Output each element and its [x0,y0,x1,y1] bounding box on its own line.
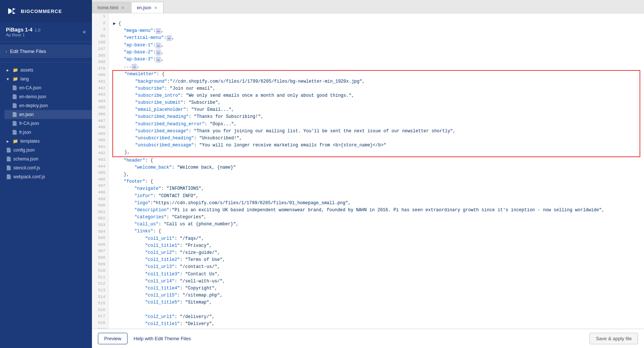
folder-assets[interactable]: ► 📁 assets [0,66,92,74]
code-line-500: "call_us": "Call us at {phone_number}", [113,221,640,228]
file-config-json[interactable]: 📄 config.json [0,146,92,155]
tab-home-html-label: home.html [98,5,118,10]
ln-1: 1 [95,13,105,20]
file-webpack-conf[interactable]: 📄 webpack.conf.js [0,172,92,181]
code-line-482: "subscribe_intro": "We only send emails … [114,92,639,99]
folder-icon-lang: 📁 [13,76,18,82]
code-lines[interactable]: ▶ { "mega-menu":…, "vertical-menu":…, "a… [109,13,644,329]
ln-2: 2 [95,20,105,27]
preview-button[interactable]: Preview [98,333,128,344]
code-line-1 [113,13,640,20]
code-line-494: "footer": { [113,178,640,185]
file-fr-ca-json[interactable]: 📄 fr-CA.json [4,119,92,128]
code-line-89: "vertical-menu":…, [113,34,640,42]
file-icon-config: 📄 [6,148,11,153]
code-line-484: "email_placeholder": "Your Email...", [114,106,639,113]
store-sub: Ap Base 1 [6,33,40,37]
code-line-2: ▶ { [113,20,640,27]
file-label-config: config.json [13,148,34,153]
folder-label-assets: assets [20,67,33,73]
code-line-512 [113,306,640,314]
sidebar-header: BigCommerce [0,0,92,22]
ln-512: 512 [95,281,105,287]
edit-theme-files-label: Edit Theme Files [10,49,46,54]
bc-logo-text: BigCommerce [21,9,62,14]
code-line-493: }, [113,171,640,178]
ln-305: 305 [95,53,105,59]
collapse-sidebar-icon[interactable]: « [83,29,86,35]
code-line-485: "subscribed_heading": "Thanks for Subscr… [114,113,639,120]
sidebar: BigCommerce PiBags 1-4 1.0 Ap Base 1 « ‹… [0,0,92,348]
selection-highlight-end: }, [112,149,640,157]
tab-home-html-close[interactable]: × [120,5,125,10]
tab-en-json[interactable]: en.json × [131,2,164,13]
ln-503: 503 [95,222,105,229]
ln-492: 492 [95,150,105,157]
ln-495: 495 [95,170,105,176]
file-icon-fr: 📄 [12,130,17,135]
file-label-schema: schema.json [13,156,38,162]
file-label-fr: fr.json [19,130,31,135]
folder-icon-templates: 📁 [13,139,18,144]
code-line-499: "categories": "Categories", [113,214,640,221]
help-link[interactable]: Help with Edit Theme Files [133,336,191,341]
code-line-511: "col1_title5": "Sitemap", [113,299,640,306]
file-fr-json[interactable]: 📄 fr.json [4,128,92,137]
file-icon-webpack: 📄 [6,174,11,179]
editor-tabs: home.html × en.json × [92,0,644,13]
code-content: 1 2 3 89 180 247 305 398 479 480 481 482… [92,13,644,329]
ln-500: 500 [95,202,105,209]
folder-toggle-assets: ► [6,68,10,72]
code-line-498: "description":"Pi is an exciting UK base… [113,207,640,214]
editor-area: home.html × en.json × 1 2 3 89 180 247 3… [92,0,644,348]
bc-logo[interactable]: BigCommerce [6,5,62,17]
folder-lang[interactable]: ▼ 📁 lang [0,74,92,83]
ln-247: 247 [95,46,105,53]
ln-516: 516 [95,307,105,314]
code-editor[interactable]: 1 2 3 89 180 247 305 398 479 480 481 482… [92,13,644,329]
ln-509: 509 [95,261,105,268]
collapsed-badge-mega-menu: … [156,28,161,34]
ln-497: 497 [95,183,105,189]
file-en-json[interactable]: 📄 en.json [4,110,92,119]
code-line-479: "newsletter": { [114,71,639,78]
ln-489: 489 [95,131,105,137]
tab-home-html[interactable]: home.html × [92,2,131,13]
code-line-483: "subscribe_submit": "Subscribe", [114,99,639,106]
file-label-en: en.json [19,112,34,117]
code-line-180: "ap-base-1":…, [113,42,640,49]
code-line-481: "subscribe": "Join our email", [114,85,639,92]
code-line-247: "ap-base-2":…, [113,49,640,56]
save-apply-button[interactable]: Save & apply file [589,333,638,344]
file-icon-fr-ca: 📄 [12,121,17,126]
file-stencil-conf[interactable]: 📄 stencil.conf.js [0,163,92,172]
code-line-495: "navigate": "INFOMATIONS", [113,185,640,192]
file-en-ca-json[interactable]: 📄 en-CA.json [4,83,92,92]
ln-482: 482 [95,85,105,92]
code-line-398: ...…, [113,63,640,70]
ln-508: 508 [95,255,105,261]
ln-3: 3 [95,26,105,33]
file-en-deploy-json[interactable]: 📄 en-deploy.json [4,101,92,110]
code-line-490: }, [114,149,639,156]
ln-518: 518 [95,320,105,327]
bottom-left: Preview Help with Edit Theme Files [98,333,191,344]
folder-templates[interactable]: ► 📁 templates [0,137,92,146]
code-line-502: "col1_url1": "/faqs/", [113,235,640,242]
file-en-demo-json[interactable]: 📄 en-demo.json [4,92,92,101]
tab-en-json-close[interactable]: × [153,5,158,10]
edit-theme-files-button[interactable]: ‹ Edit Theme Files [0,45,92,58]
code-line-497: "logo":"https://cdn.shopify.com/s/files/… [113,200,640,207]
bottom-bar: Preview Help with Edit Theme Files Save … [92,329,644,348]
collapsed-badge-ap-base-1: … [156,43,161,49]
code-line-503: "col1_title1": "Privacy", [113,242,640,249]
ln-498: 498 [95,189,105,196]
code-line-3: "mega-menu":…, [113,27,640,34]
file-label-fr-ca: fr-CA.json [19,121,39,126]
file-schema-json[interactable]: 📄 schema.json [0,155,92,163]
ln-515: 515 [95,300,105,307]
code-line-486: "subscribed_heading_error": "Oops...", [114,121,639,128]
folder-icon-assets: 📁 [13,67,18,73]
folder-label-lang: lang [20,76,29,82]
ln-506: 506 [95,242,105,248]
